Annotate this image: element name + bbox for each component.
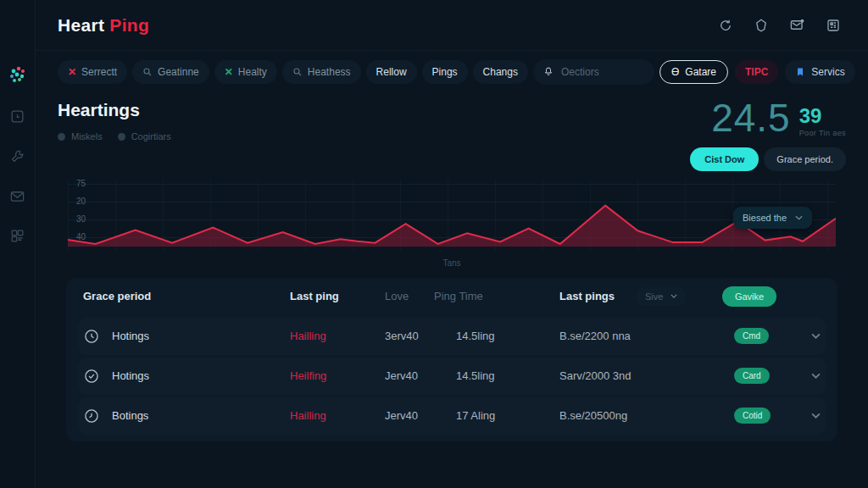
search-input[interactable] (559, 65, 644, 79)
check-circle-icon (83, 368, 112, 385)
area-chart-svg (68, 180, 836, 251)
check-status: Heilfing (290, 369, 385, 382)
sidebar (0, 0, 36, 488)
gatare-button[interactable]: Ɵ Gatare (659, 60, 728, 84)
col-ping-time: Ping Time (434, 290, 559, 302)
check-time: 14.5ling (456, 369, 559, 382)
tab-pings[interactable]: Pings (422, 60, 468, 84)
check-love: 3erv40 (385, 330, 456, 342)
tab-changs[interactable]: Changs (473, 60, 528, 84)
shield-icon[interactable] (754, 18, 769, 33)
col-last-ping: Last ping (290, 290, 385, 302)
check-name: Botings (112, 409, 290, 422)
servics-button[interactable]: Servics (785, 60, 854, 84)
tab-heathess[interactable]: Heathess (282, 60, 361, 84)
grid-icon[interactable] (9, 228, 25, 244)
status-badge: Card (734, 368, 770, 384)
check-last-ping: B.se/2200 nna (559, 330, 722, 342)
mail-icon[interactable] (9, 188, 25, 204)
cist-dow-button[interactable]: Cist Dow (690, 147, 759, 171)
app-logo[interactable] (8, 64, 28, 85)
tab-label: Geatinne (158, 66, 199, 78)
stat-value: 24.5 (711, 100, 791, 137)
check-name: Hotings (112, 369, 290, 382)
tab-label: Pings (432, 66, 458, 78)
stat-secondary: 39 (799, 106, 822, 126)
tab-serrectt[interactable]: ✕ Serrectt (58, 60, 127, 84)
main-column: Heart Ping (36, 0, 868, 488)
chevron-down-icon[interactable] (811, 373, 821, 379)
check-love: Jerv40 (385, 409, 456, 422)
tab-geatinne[interactable]: Geatinne (132, 60, 209, 84)
chevron-down-icon[interactable] (811, 333, 821, 339)
tab-healty[interactable]: ✕ Healty (214, 60, 277, 84)
refresh-icon[interactable] (718, 18, 733, 33)
topbar: Heart Ping (36, 0, 868, 51)
status-badge: Cotid (734, 408, 771, 424)
chevron-down-icon (670, 294, 677, 298)
tab-rellow[interactable]: Rellow (366, 60, 417, 84)
tab-label: Healty (238, 66, 267, 78)
stat-buttons: Cist Dow Grace period. (690, 147, 846, 171)
nav-search[interactable] (533, 59, 654, 85)
bell-icon (543, 64, 554, 80)
clock-icon (83, 408, 112, 424)
tab-label: Heathess (308, 66, 351, 78)
table-row[interactable]: Hotings Hailling 3erv40 14.5ling B.se/22… (78, 318, 826, 355)
grace-period-button[interactable]: Grace period. (764, 147, 846, 171)
gatare-label: Gatare (685, 66, 716, 78)
title-block: Heartings Miskels Cogirtiars (58, 100, 171, 171)
navbar: ✕ Serrectt Geatinne ✕ Healty (36, 51, 868, 90)
legend-label: Cogirtiars (131, 131, 171, 141)
col-last-pings-label: Last pings (559, 290, 615, 302)
app-window: Heart Ping (0, 0, 868, 488)
app-title-accent: Ping (109, 15, 149, 35)
history-icon[interactable] (9, 108, 25, 125)
chevron-down-icon[interactable] (811, 413, 821, 419)
page-title: Heartings (58, 100, 171, 120)
legend-item: Cogirtiars (118, 131, 171, 141)
topbar-icons (718, 17, 841, 33)
legend-dot-icon (118, 133, 125, 141)
bookmark-icon (795, 67, 805, 77)
check-love: Jerv40 (385, 369, 456, 382)
clock-icon (83, 328, 112, 345)
chart-range-dropdown[interactable]: Biesed the (733, 207, 812, 229)
legend-dot-icon (58, 133, 65, 141)
apps-icon[interactable] (826, 18, 841, 33)
tab-label: Changs (483, 66, 518, 78)
content: Heartings Miskels Cogirtiars (36, 90, 868, 488)
servics-label: Servics (811, 66, 844, 78)
check-last-ping: Sarv/2000 3nd (559, 369, 722, 382)
check-last-ping: B.se/20500ng (559, 409, 722, 422)
x-icon: ✕ (225, 66, 233, 78)
table-row[interactable]: Hotings Heilfing Jerv40 14.5ling Sarv/20… (78, 358, 826, 395)
chevron-down-icon (795, 215, 803, 220)
table-header: Grace period Last ping Love Ping Time La… (78, 278, 826, 315)
tipc-button[interactable]: TIPC (735, 60, 778, 84)
x-axis-label: Tans (58, 258, 846, 268)
check-status: Hailling (290, 330, 385, 342)
check-time: 17 Aling (456, 409, 559, 422)
gavike-button[interactable]: Gavike (722, 286, 776, 307)
x-icon: ✕ (68, 66, 76, 78)
stat-numbers: 24.5 39 Poor Tin aes (690, 100, 846, 137)
sive-dropdown[interactable]: Sive (637, 287, 686, 306)
chart-range-label: Biesed the (743, 213, 787, 223)
tools-icon[interactable] (9, 148, 25, 164)
nav-actions: Ɵ Gatare TIPC Servics (659, 60, 855, 84)
search-icon (142, 67, 153, 77)
table-row[interactable]: Botings Hailling Jerv40 17 Aling B.se/20… (78, 397, 826, 435)
stat-secondary-block: 39 Poor Tin aes (799, 106, 846, 137)
tab-label: Rellow (376, 66, 407, 78)
app-title: Heart Ping (58, 15, 149, 36)
col-grace-period: Grace period (83, 290, 290, 302)
app-title-primary: Heart (58, 15, 104, 35)
mail-icon[interactable] (789, 17, 805, 33)
stat-block: 24.5 39 Poor Tin aes Cist Dow Grace peri… (690, 100, 846, 171)
legend-item: Miskels (58, 131, 103, 141)
status-badge: Cmd (734, 328, 769, 344)
header-row: Heartings Miskels Cogirtiars (58, 100, 846, 171)
check-time: 14.5ling (456, 330, 559, 342)
legend-label: Miskels (71, 131, 103, 141)
